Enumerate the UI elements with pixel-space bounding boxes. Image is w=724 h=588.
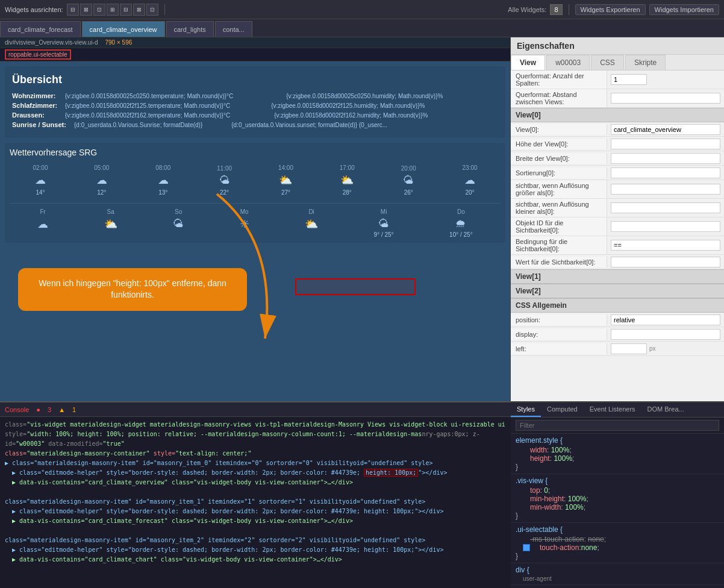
prop-input-sort0[interactable] xyxy=(611,167,720,178)
prop-sort0: Sortierung[0]: xyxy=(511,166,724,180)
tab-card-climate-overview[interactable]: card_climate_overview xyxy=(82,21,165,37)
prop-value-left[interactable]: px xyxy=(607,342,724,355)
weather-daily: Fr ☁ Sa ⛅ So 🌤 xyxy=(10,203,501,238)
overview-title: Übersicht xyxy=(12,74,498,86)
day-fr: Fr ☁ xyxy=(37,208,48,238)
prop-label-position: position: xyxy=(511,314,607,325)
align-bottom-icon[interactable]: ⊠ xyxy=(133,4,145,16)
widgets-count-button[interactable]: 8 xyxy=(550,4,562,15)
room-temp-draussen: {v:zigbee.0.00158d0002f2f162.temperature… xyxy=(65,112,230,119)
sunset-code: {d:0_userdata.0.Various.sunset; formatDa… xyxy=(231,122,387,128)
styles-tab-dom[interactable]: DOM Brea... xyxy=(641,402,690,417)
export-widgets-button[interactable]: Widgets Exportieren xyxy=(575,4,646,15)
prop-input-condition[interactable] xyxy=(611,240,720,251)
prop-input-spacing[interactable] xyxy=(611,93,720,104)
code-line-13: ▶ class="editmode-helper" style="border-… xyxy=(5,545,506,554)
css-rule-div: div { user-agent xyxy=(511,563,724,585)
widgets-label: Alle Widgets: xyxy=(508,6,546,13)
weather-hour-4: 14:00 ⛅ 27° xyxy=(278,164,293,196)
climate-row-draussen: Draussen: {v:zigbee.0.00158d0002f2f162.t… xyxy=(12,111,498,119)
prop-input-view0-width[interactable] xyxy=(611,153,720,164)
prop-input-left[interactable] xyxy=(611,343,647,354)
prop-view0-height: Höhe der View[0]: xyxy=(511,137,724,151)
prop-input-position[interactable] xyxy=(611,314,720,325)
align-spread-icon[interactable]: ⊡ xyxy=(146,4,158,16)
props-tab-skripte[interactable]: Skripte xyxy=(625,55,666,70)
canvas-area[interactable]: Übersicht Wohnzimmer: {v:zigbee.0.00158d… xyxy=(0,61,510,401)
styles-tab-event-listeners[interactable]: Event Listeners xyxy=(584,402,641,417)
prop-value-columns[interactable] xyxy=(607,73,724,86)
prop-label-spacing: Querformat: Abstand zwischen Views: xyxy=(511,89,607,107)
prop-value-view0-width[interactable] xyxy=(607,152,724,165)
align-top-icon[interactable]: ⊞ xyxy=(107,4,119,16)
prop-value-view0-height[interactable] xyxy=(607,137,724,151)
code-line-8: class="materialdesign-masonry-item" id="… xyxy=(5,497,506,506)
prop-left: left: px xyxy=(511,342,724,356)
prop-input-object-id[interactable] xyxy=(611,221,720,232)
weather-hour-0: 02:00 ☁ 14° xyxy=(33,164,48,196)
touch-action-checkbox[interactable] xyxy=(523,544,530,551)
tab-card-climate-forecast[interactable]: card_climate_forecast xyxy=(0,21,81,37)
prop-value-condition[interactable] xyxy=(607,239,724,252)
prop-value-display[interactable] xyxy=(607,328,724,341)
prop-label-visible-larger: sichtbar, wenn Auflösung größer als[0]: xyxy=(511,180,607,198)
css-rule-element-style: element.style { width: 100%; height: 100… xyxy=(511,434,724,474)
align-center-icon[interactable]: ⊠ xyxy=(80,4,92,16)
align-right-icon[interactable]: ⊡ xyxy=(93,4,105,16)
tab-card-lights[interactable]: card_lights xyxy=(166,21,214,37)
right-side-panel: Eigenschaften View w00003 CSS Skripte Qu… xyxy=(511,37,724,588)
prop-input-view0-height[interactable] xyxy=(611,139,720,149)
code-line-7 xyxy=(5,487,506,496)
styles-rules-list: element.style { width: 100%; height: 100… xyxy=(511,434,724,588)
prop-value-visible-larger[interactable] xyxy=(607,183,724,196)
align-left-icon[interactable]: ⊟ xyxy=(67,4,79,16)
warn-icon: ▲ xyxy=(58,406,65,413)
props-tab-css[interactable]: CSS xyxy=(591,55,624,70)
import-widgets-button[interactable]: Widgets Importieren xyxy=(649,4,719,15)
prop-value-position[interactable] xyxy=(607,313,724,327)
prop-input-visible-smaller[interactable] xyxy=(611,202,720,213)
prop-value-object-id[interactable] xyxy=(607,220,724,233)
align-middle-icon[interactable]: ⊟ xyxy=(120,4,132,16)
props-tab-w00003[interactable]: w00003 xyxy=(546,55,590,70)
devtools-content[interactable]: class="vis-widget materialdesign-widget … xyxy=(0,417,511,588)
breadcrumb-class: roppable.ui-selectable xyxy=(5,49,71,60)
prop-input-columns[interactable] xyxy=(611,74,647,85)
console-label[interactable]: Console xyxy=(5,406,29,413)
breadcrumb-dimensions: 790 × 596 xyxy=(105,39,133,46)
align-icons-group: ⊟ ⊠ ⊡ ⊞ ⊟ ⊠ ⊡ xyxy=(67,4,158,16)
section-view1: View[1] xyxy=(511,269,724,284)
weather-hour-2: 08:00 ☁ 13° xyxy=(155,164,170,196)
styles-tab-computed[interactable]: Computed xyxy=(541,402,584,417)
prop-value-visible-smaller[interactable] xyxy=(607,201,724,214)
prop-input-view0-name[interactable] xyxy=(611,124,720,135)
prop-label-sort0: Sortierung[0]: xyxy=(511,167,607,178)
prop-label-view0-name: View[0]: xyxy=(511,124,607,135)
day-di: Di ⛅ xyxy=(305,208,318,238)
weather-hour-6: 20:00 🌤 26° xyxy=(401,165,416,196)
day-so: So 🌤 xyxy=(173,208,184,238)
prop-columns: Querformat: Anzahl der Spalten: xyxy=(511,70,724,89)
left-unit: px xyxy=(649,345,656,352)
prop-input-visible-larger[interactable] xyxy=(611,184,720,195)
styles-tab-styles[interactable]: Styles xyxy=(511,402,541,417)
styles-filter-input[interactable] xyxy=(516,420,719,431)
code-line-0: class="vis-widget materialdesign-widget … xyxy=(5,420,506,429)
tab-conta[interactable]: conta... xyxy=(215,21,252,37)
props-tab-view[interactable]: View xyxy=(511,55,545,70)
room-label-sunrise: Sunrise / Sunset: xyxy=(12,121,69,128)
properties-panel: Eigenschaften View w00003 CSS Skripte Qu… xyxy=(511,37,724,401)
prop-value-value-visibility[interactable] xyxy=(607,255,724,269)
styles-header: Styles Computed Event Listeners DOM Brea… xyxy=(511,402,724,418)
prop-value-spacing[interactable] xyxy=(607,92,724,105)
prop-value-view0-name[interactable] xyxy=(607,123,724,136)
prop-input-display[interactable] xyxy=(611,329,720,340)
code-line-14: ▶ data-vis-contains="card_climate_chart"… xyxy=(5,555,506,564)
prop-label-view0-width: Breite der View[0]: xyxy=(511,153,607,164)
prop-visible-smaller: sichtbar, wenn Auflösung kleiner als[0]: xyxy=(511,199,724,217)
prop-label-visible-smaller: sichtbar, wenn Auflösung kleiner als[0]: xyxy=(511,199,607,217)
breadcrumb: div#visview_Overview.vis-view.ui-d 790 ×… xyxy=(0,37,510,48)
prop-value-sort0[interactable] xyxy=(607,166,724,180)
code-line-3: class="materialdesign-masonry-container"… xyxy=(5,449,506,458)
prop-input-value-visibility[interactable] xyxy=(611,257,720,267)
